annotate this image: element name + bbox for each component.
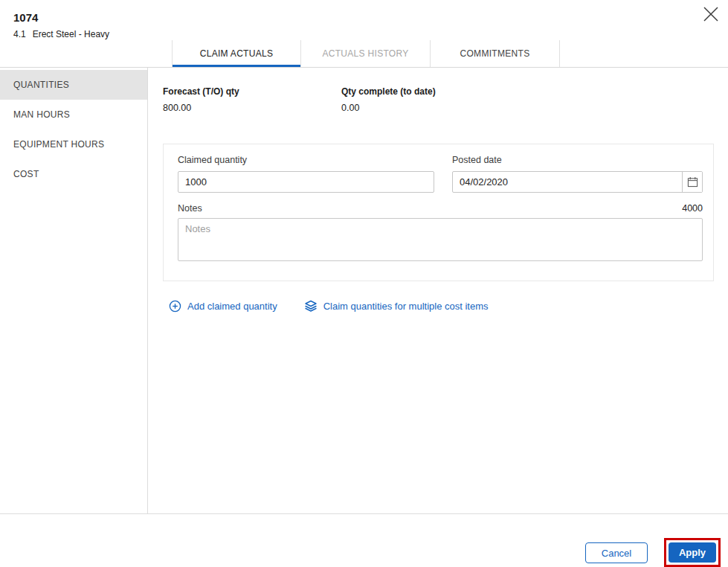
close-button[interactable]: [698, 1, 724, 27]
posted-date-field: Posted date: [452, 155, 703, 193]
notes-textarea[interactable]: [178, 218, 703, 261]
notes-char-count: 4000: [682, 203, 703, 214]
claim-multiple-label: Claim quantities for multiple cost items: [323, 301, 489, 312]
claimed-quantity-field: Claimed quantity: [178, 155, 434, 193]
apply-button[interactable]: Apply: [669, 542, 716, 563]
footer-divider: [0, 513, 728, 514]
claim-multiple-link[interactable]: Claim quantities for multiple cost items: [304, 299, 489, 313]
add-claimed-quantity-link[interactable]: Add claimed quantity: [169, 300, 277, 313]
cost-item-name: Erect Steel - Heavy: [33, 29, 109, 39]
tab-bar: CLAIM ACTUALS ACTUALS HISTORY COMMITMENT…: [172, 40, 560, 67]
qty-complete-label: Qty complete (to date): [341, 86, 436, 97]
tab-claim-actuals[interactable]: CLAIM ACTUALS: [172, 40, 301, 67]
cost-item-code: 4.1: [13, 29, 26, 39]
sidebar-item-cost[interactable]: COST: [0, 159, 147, 189]
notes-field: Notes 4000: [178, 203, 703, 264]
action-links: Add claimed quantity Claim quantities fo…: [169, 299, 489, 313]
forecast-qty-value: 800.00: [163, 103, 191, 113]
sidebar: QUANTITIES MAN HOURS EQUIPMENT HOURS COS…: [0, 68, 148, 513]
calendar-button[interactable]: [682, 172, 702, 192]
page-title: 1074: [13, 11, 38, 24]
apply-highlight-box: Apply: [664, 538, 721, 567]
posted-date-input[interactable]: [453, 172, 682, 192]
forecast-qty-label: Forecast (T/O) qty: [163, 86, 239, 97]
layers-icon: [304, 299, 318, 313]
qty-complete-value: 0.00: [341, 103, 359, 113]
sidebar-item-equipment-hours[interactable]: EQUIPMENT HOURS: [0, 129, 147, 159]
sidebar-item-man-hours[interactable]: MAN HOURS: [0, 100, 147, 129]
close-icon: [702, 5, 720, 23]
sidebar-item-quantities[interactable]: QUANTITIES: [0, 70, 147, 100]
cancel-button[interactable]: Cancel: [585, 542, 648, 563]
posted-date-wrapper: [452, 171, 703, 193]
tab-commitments[interactable]: COMMITMENTS: [431, 40, 560, 67]
tab-actuals-history[interactable]: ACTUALS HISTORY: [301, 40, 431, 67]
notes-label: Notes: [178, 203, 202, 214]
claim-actuals-dialog: 1074 4.1Erect Steel - Heavy CLAIM ACTUAL…: [0, 0, 728, 567]
claimed-quantity-input[interactable]: [178, 171, 434, 193]
plus-circle-icon: [169, 300, 181, 313]
posted-date-label: Posted date: [452, 155, 703, 165]
claimed-quantity-label: Claimed quantity: [178, 155, 434, 165]
cost-item-subtitle: 4.1Erect Steel - Heavy: [13, 29, 109, 39]
add-claimed-quantity-label: Add claimed quantity: [187, 301, 277, 312]
calendar-icon: [687, 176, 698, 188]
claim-form-panel: Claimed quantity Posted date: [163, 144, 714, 281]
